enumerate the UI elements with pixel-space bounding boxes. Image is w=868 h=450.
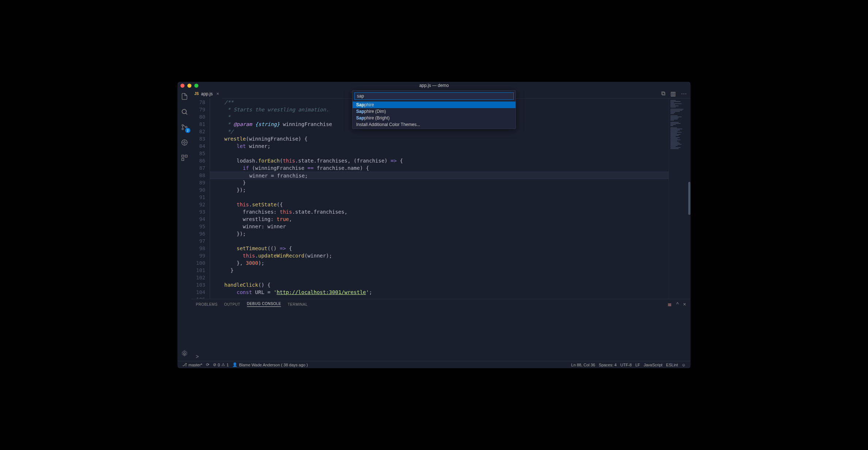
palette-item-sapphire-dim[interactable]: Sapphire (Dim) — [353, 108, 515, 115]
panel-tab-terminal[interactable]: TERMINAL — [288, 302, 308, 306]
source-control-icon[interactable]: 2 — [180, 123, 189, 131]
sync-status[interactable]: ⟳ — [204, 362, 211, 367]
errors-warnings[interactable]: ⊘ 0 ⚠ 1 — [211, 362, 231, 367]
main-area: JS app.js × ⧉ ▥ ⋯ 78 79 80 81 82 83 — [191, 89, 690, 361]
eslint-status[interactable]: ESLint — [664, 363, 679, 367]
window-title: app.js — demo — [178, 83, 690, 88]
split-editor-icon[interactable]: ⧉ — [661, 90, 665, 97]
line-numbers: 78 79 80 81 82 83 84 85 86 87 88 89 90 9… — [191, 99, 210, 299]
extensions-icon[interactable] — [180, 153, 189, 162]
panel-body[interactable] — [191, 309, 690, 354]
svg-rect-6 — [182, 155, 184, 157]
svg-point-9 — [184, 353, 186, 355]
vscode-window: app.js — demo 2 — [178, 82, 690, 368]
titlebar: app.js — demo — [178, 82, 690, 89]
feedback-icon[interactable]: ☺ — [680, 363, 688, 367]
close-tab-icon[interactable]: × — [216, 91, 219, 96]
palette-item-install-themes[interactable]: Install Additional Color Themes... — [353, 121, 515, 128]
encoding[interactable]: UTF-8 — [618, 363, 633, 367]
indentation[interactable]: Spaces: 4 — [597, 363, 618, 367]
debug-prompt[interactable]: > — [191, 354, 690, 361]
svg-point-5 — [184, 142, 186, 144]
debug-icon[interactable] — [180, 138, 189, 147]
editor-actions: ⧉ ▥ ⋯ — [661, 90, 690, 97]
palette-list: Sapphire Sapphire (Dim) Sapphire (Bright… — [353, 102, 515, 129]
panel-tab-problems[interactable]: PROBLEMS — [196, 302, 218, 306]
git-branch[interactable]: ⎇ master* — [180, 362, 204, 367]
svg-point-2 — [182, 128, 183, 130]
palette-item-sapphire[interactable]: Sapphire — [353, 102, 515, 108]
panel: PROBLEMS OUTPUT DEBUG CONSOLE TERMINAL ≣… — [191, 299, 690, 361]
minimap-slider[interactable] — [688, 182, 690, 215]
more-actions-icon[interactable]: ⋯ — [681, 90, 687, 97]
svg-point-1 — [182, 125, 183, 126]
settings-gear-icon[interactable] — [180, 349, 189, 358]
person-icon: 👤 — [232, 362, 237, 367]
language-mode[interactable]: JavaScript — [642, 363, 664, 367]
clear-console-icon[interactable]: ≣ — [667, 301, 672, 307]
eol[interactable]: LF — [633, 363, 642, 367]
explorer-icon[interactable] — [180, 92, 189, 101]
panel-tab-debug-console[interactable]: DEBUG CONSOLE — [247, 302, 281, 307]
toggle-layout-icon[interactable]: ▥ — [670, 90, 676, 97]
svg-point-0 — [182, 109, 186, 114]
panel-tab-output[interactable]: OUTPUT — [224, 302, 240, 306]
palette-item-sapphire-bright[interactable]: Sapphire (Bright) — [353, 115, 515, 121]
scm-badge: 2 — [185, 128, 190, 133]
error-icon: ⊘ — [213, 362, 216, 367]
svg-rect-8 — [182, 159, 184, 161]
sync-icon: ⟳ — [206, 362, 209, 367]
panel-tabs: PROBLEMS OUTPUT DEBUG CONSOLE TERMINAL ≣… — [191, 299, 690, 309]
palette-input[interactable] — [354, 92, 514, 100]
close-panel-icon[interactable]: × — [683, 301, 686, 307]
collapse-panel-icon[interactable]: ^ — [676, 301, 679, 307]
tab-label: app.js — [201, 91, 213, 96]
activity-bar: 2 — [178, 89, 191, 361]
search-icon[interactable] — [180, 107, 189, 116]
cursor-position[interactable]: Ln 88, Col 36 — [570, 363, 597, 367]
branch-icon: ⎇ — [182, 362, 187, 367]
command-palette: Sapphire Sapphire (Dim) Sapphire (Bright… — [352, 90, 516, 129]
body-area: 2 JS app.js × ⧉ ▥ ⋯ — [178, 89, 690, 361]
minimap[interactable] — [669, 99, 690, 299]
svg-rect-7 — [185, 155, 187, 157]
statusbar: ⎇ master* ⟳ ⊘ 0 ⚠ 1 👤 Blame Wade Anderso… — [178, 361, 690, 368]
tab-app-js[interactable]: JS app.js × — [191, 89, 222, 99]
js-file-icon: JS — [194, 92, 199, 96]
git-blame[interactable]: 👤 Blame Wade Anderson ( 38 days ago ) — [231, 362, 310, 367]
warning-icon: ⚠ — [221, 362, 225, 367]
